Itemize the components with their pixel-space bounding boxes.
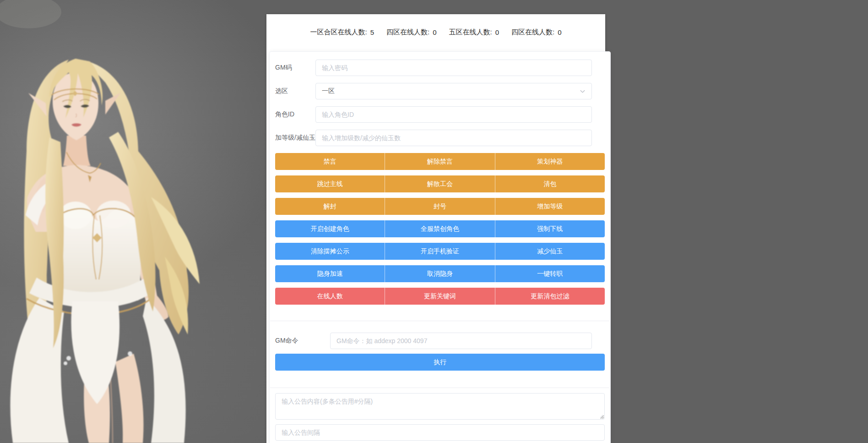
stat-label: 四区在线人数: [386,28,429,37]
stat-label: 五区在线人数: [449,28,492,37]
level-jade-input[interactable] [315,130,592,146]
unmute-button[interactable]: 解除禁言 [385,153,494,170]
role-id-label: 角色ID [275,110,315,119]
online-count-button[interactable]: 在线人数 [275,288,385,305]
stat-value: 0 [558,28,561,36]
gm-code-row: GM码 [275,60,605,76]
update-clearbag-filter-button[interactable]: 更新清包过滤 [495,288,605,305]
execute-button[interactable]: 执行 [275,354,605,371]
danger-group-1: 在线人数 更新关键词 更新清包过滤 [275,288,605,305]
add-level-button[interactable]: 增加等级 [495,198,605,215]
zone-select-value: 一区 [322,87,335,95]
clear-bag-button[interactable]: 清包 [495,175,605,192]
skip-mainline-button[interactable]: 跳过主线 [275,175,385,192]
enable-phone-verify-button[interactable]: 开启手机验证 [385,243,494,260]
gm-code-input[interactable] [315,60,592,76]
unban-button[interactable]: 解封 [275,198,385,215]
cancel-stealth-button[interactable]: 取消隐身 [385,265,494,282]
zone-select[interactable]: 一区 [315,83,592,99]
level-jade-label: 加等级/减仙玉 [275,134,315,142]
stat-value: 0 [495,28,499,36]
warning-group-3: 解封 封号 增加等级 [275,198,605,215]
stat-label: 四区在线人数: [511,28,554,37]
ban-button[interactable]: 封号 [385,198,494,215]
announcement-content-wrap [275,393,605,420]
primary-group-2: 清除摆摊公示 开启手机验证 减少仙玉 [275,243,605,260]
chevron-down-icon [580,88,586,94]
stat-zone4-online: 四区在线人数: 0 [386,28,437,37]
planner-tool-button[interactable]: 策划神器 [495,153,605,170]
stat-zone1-merged-online: 一区合区在线人数: 5 [310,28,374,37]
mute-button[interactable]: 禁言 [275,153,385,170]
disable-create-role-button[interactable]: 全服禁创角色 [385,220,494,237]
stat-label: 一区合区在线人数: [310,28,367,37]
gm-action-groups: 禁言 解除禁言 策划神器 跳过主线 解散工会 清包 解封 封号 增加等级 开启创… [270,153,610,305]
primary-group-3: 隐身加速 取消隐身 一键转职 [275,265,605,282]
gm-tool-card: GM码 选区 一区 角色ID 加等级/减仙玉 禁言 解除禁言 策划神器 跳过主线… [269,51,611,443]
stealth-speed-button[interactable]: 隐身加速 [275,265,385,282]
section-divider [270,321,610,321]
clear-stall-notice-button[interactable]: 清除摆摊公示 [275,243,385,260]
announcement-interval-input[interactable] [275,424,605,441]
announcement-content-textarea[interactable] [275,393,605,420]
one-key-class-change-button[interactable]: 一键转职 [495,265,605,282]
warning-group-1: 禁言 解除禁言 策划神器 [275,153,605,170]
stat-value: 0 [433,28,436,36]
stat-zone5-online: 五区在线人数: 0 [449,28,499,37]
zone-row: 选区 一区 [275,83,605,99]
section-divider [270,388,610,388]
role-id-input[interactable] [315,106,592,123]
stat-zone4b-online: 四区在线人数: 0 [511,28,562,37]
online-stats-bar: 一区合区在线人数: 5 四区在线人数: 0 五区在线人数: 0 四区在线人数: … [266,14,605,50]
gm-code-label: GM码 [275,64,315,72]
stat-value: 5 [370,28,374,36]
gm-command-input[interactable] [330,333,592,349]
warning-group-2: 跳过主线 解散工会 清包 [275,175,605,192]
character-illustration [0,0,229,443]
level-jade-row: 加等级/减仙玉 [275,130,605,146]
enable-create-role-button[interactable]: 开启创建角色 [275,220,385,237]
force-offline-button[interactable]: 强制下线 [495,220,605,237]
disband-guild-button[interactable]: 解散工会 [385,175,494,192]
zone-label: 选区 [275,87,315,95]
gm-command-label: GM命令 [275,337,330,345]
role-id-row: 角色ID [275,106,605,123]
reduce-jade-button[interactable]: 减少仙玉 [495,243,605,260]
update-keywords-button[interactable]: 更新关键词 [385,288,494,305]
gm-command-row: GM命令 [275,333,605,349]
primary-group-1: 开启创建角色 全服禁创角色 强制下线 [275,220,605,237]
